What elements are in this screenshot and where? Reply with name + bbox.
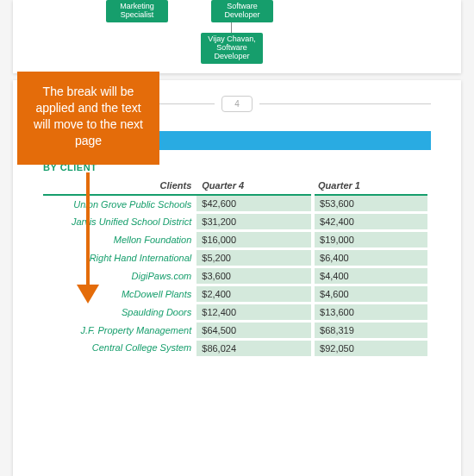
cell-q1: $6,400 [313, 249, 429, 267]
cell-q4: $86,024 [196, 340, 313, 357]
cell-q1: $19,000 [313, 231, 429, 249]
cell-q4: $42,600 [196, 195, 313, 213]
org-box: Marketing Specialist [106, 0, 168, 22]
org-box: Software Developer [211, 0, 273, 22]
cell-q4: $16,000 [196, 231, 313, 249]
cell-q4: $64,500 [196, 322, 313, 340]
cell-client: Jarvis Unified School District [43, 213, 196, 231]
cell-q4: $31,200 [196, 213, 313, 231]
table-row: J.F. Property Management$64,500$68,319 [43, 322, 429, 340]
cell-client: DigiPaws.com [43, 267, 196, 285]
cell-q4: $5,200 [196, 249, 313, 267]
table-row: DigiPaws.com$3,600$4,400 [43, 267, 429, 285]
cell-q1: $4,400 [313, 267, 429, 285]
cell-client: Central College System [43, 340, 196, 357]
cell-client: Right Hand International [43, 249, 196, 267]
callout-arrow-head [77, 285, 99, 304]
cell-q1: $92,050 [313, 340, 429, 357]
table-row: Union Grove Public Schools$42,600$53,600 [43, 195, 429, 213]
divider-line [259, 103, 431, 104]
table-row: McDowell Plants$2,400$4,600 [43, 285, 429, 304]
callout-arrow [86, 172, 90, 289]
table-row: Jarvis Unified School District$31,200$42… [43, 213, 429, 231]
cell-q1: $13,600 [313, 304, 429, 322]
cell-client: Union Grove Public Schools [43, 195, 196, 213]
table-row: Mellon Foundation$16,000$19,000 [43, 231, 429, 249]
col-header-clients: Clients [43, 178, 196, 195]
page-number-badge: 4 [221, 96, 253, 112]
cell-q4: $2,400 [196, 285, 313, 304]
page-top: Marketing Specialist Software Developer … [13, 0, 461, 73]
cell-client: Mellon Foundation [43, 231, 196, 249]
col-header-q4: Quarter 4 [196, 178, 313, 195]
cell-client: Spaulding Doors [43, 304, 196, 322]
cell-client: J.F. Property Management [43, 322, 196, 340]
cell-q1: $68,319 [313, 322, 429, 340]
cell-q4: $12,400 [196, 304, 313, 322]
cell-q1: $42,400 [313, 213, 429, 231]
org-box: Vijay Chavan, Software Developer [201, 33, 263, 64]
table-row: Right Hand International$5,200$6,400 [43, 249, 429, 267]
revenue-table: Clients Quarter 4 Quarter 1 Union Grove … [43, 178, 431, 356]
cell-client: McDowell Plants [43, 285, 196, 304]
cell-q1: $53,600 [313, 195, 429, 213]
table-header-row: Clients Quarter 4 Quarter 1 [43, 178, 429, 195]
table-row: Central College System$86,024$92,050 [43, 340, 429, 357]
callout-box: The break will be applied and the text w… [17, 72, 159, 165]
cell-q1: $4,600 [313, 285, 429, 304]
cell-q4: $3,600 [196, 267, 313, 285]
table-row: Spaulding Doors$12,400$13,600 [43, 304, 429, 322]
col-header-q1: Quarter 1 [313, 178, 429, 195]
org-connector [231, 22, 232, 33]
